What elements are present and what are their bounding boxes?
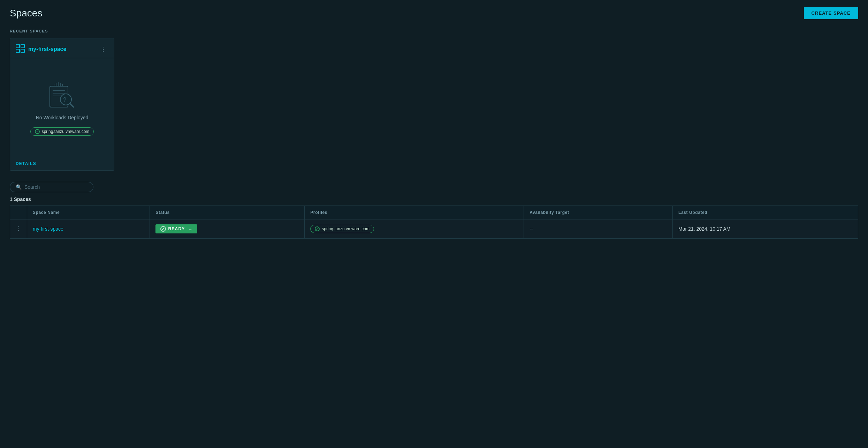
details-link[interactable]: DETAILS [16,161,36,166]
table-body: ⋮ my-first-space ✓ READY ⌄ ✓ spring.tanz… [10,219,858,239]
svg-rect-1 [21,44,24,48]
space-card-profile-name: spring.tanzu.vmware.com [42,129,90,134]
svg-rect-2 [16,49,20,53]
spaces-count-number: 1 [10,196,13,202]
spaces-cards-container: my-first-space ⋮ ? [10,38,858,171]
table-row: ⋮ my-first-space ✓ READY ⌄ ✓ spring.tanz… [10,219,858,239]
profile-cell-name: spring.tanzu.vmware.com [322,226,370,231]
svg-line-10 [70,103,74,107]
status-check-icon: ✓ [160,226,166,232]
profile-tag-check-icon: ✓ [36,130,39,133]
svg-text:?: ? [63,97,66,103]
row-availability-cell: -- [524,219,673,239]
col-last-updated: Last Updated [673,206,858,219]
status-badge[interactable]: ✓ READY ⌄ [155,224,197,233]
page-title: Spaces [10,8,42,19]
space-card-footer: DETAILS [10,156,114,170]
row-space-name-cell: my-first-space [27,219,150,239]
search-input-wrapper: 🔍 [10,182,93,192]
search-section: 🔍 [10,182,858,192]
table-header: Space Name Status Profiles Availability … [10,206,858,219]
row-profile-cell: ✓ spring.tanzu.vmware.com [305,219,524,239]
status-label: READY [168,226,185,231]
space-name-link[interactable]: my-first-space [33,226,63,232]
space-card-profile-tag: ✓ spring.tanzu.vmware.com [30,127,94,136]
space-card-body: ? No Workloads Deployed ✓ spring.tanzu.v… [10,58,114,156]
space-grid-icon [16,44,25,54]
row-last-updated-cell: Mar 21, 2024, 10:17 AM [673,219,858,239]
recent-spaces-label: RECENT SPACES [10,29,858,33]
space-card: my-first-space ⋮ ? [10,38,114,171]
spaces-table: Space Name Status Profiles Availability … [10,206,858,239]
svg-rect-3 [21,49,24,53]
profile-tag-dot-icon: ✓ [35,129,40,134]
search-icon: 🔍 [16,184,22,190]
col-menu [10,206,27,219]
page-header: Spaces CREATE SPACE [10,7,858,19]
profile-cell-tag: ✓ spring.tanzu.vmware.com [310,225,374,233]
row-menu-cell: ⋮ [10,219,27,239]
col-profiles: Profiles [305,206,524,219]
no-workloads-text: No Workloads Deployed [36,115,89,120]
status-chevron-icon: ⌄ [189,226,192,231]
table-header-row: Space Name Status Profiles Availability … [10,206,858,219]
col-availability-target: Availability Target [524,206,673,219]
space-card-name: my-first-space [28,46,66,52]
space-card-menu-button[interactable]: ⋮ [98,45,108,53]
profile-cell-dot-icon: ✓ [315,226,320,231]
col-space-name: Space Name [27,206,150,219]
spaces-count-label: Spaces [14,196,31,202]
space-card-title-group: my-first-space [16,44,66,54]
spaces-count: 1 Spaces [10,196,858,202]
svg-rect-0 [16,44,20,48]
search-input[interactable] [24,184,87,190]
no-workloads-illustration: ? [46,81,78,109]
row-status-cell: ✓ READY ⌄ [150,219,305,239]
create-space-button[interactable]: CREATE SPACE [804,7,858,19]
space-card-header: my-first-space ⋮ [10,38,114,58]
col-status: Status [150,206,305,219]
row-menu-button[interactable]: ⋮ [16,226,21,232]
